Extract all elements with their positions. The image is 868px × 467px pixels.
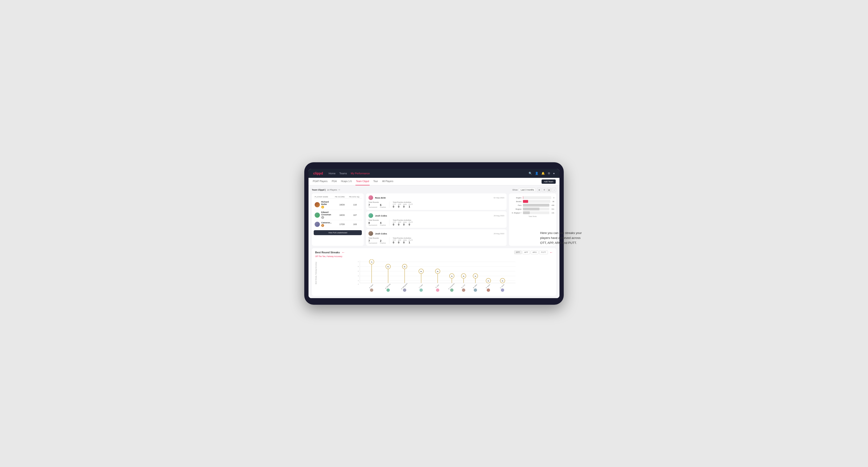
card-view-btn[interactable]: ▤ [547,188,551,192]
svg-text:B. McHarg: B. McHarg [385,283,391,289]
bar-fill-eagles [523,196,523,199]
col-player: PLAYER NAME [315,196,335,198]
tab-team-clippd[interactable]: Team Clippd [355,178,370,185]
svg-text:E. Ebert: E. Ebert [369,284,374,289]
player-count: 14 Players [327,189,337,191]
bar-fill-dbogeys [523,211,530,214]
y-axis-label: Best Streak, Fairway Accuracy [315,262,317,284]
search-icon[interactable]: 🔍 [529,172,532,175]
name-wrap-3: Cameron... 3 [321,221,332,227]
player-info-3: Cameron... 3 [315,221,335,227]
tab-pgat[interactable]: PGAT Players [312,178,328,185]
bar-row-dbogeys: D. Bogeys + 131 [511,211,554,214]
avatar-icon[interactable]: ● [553,172,555,175]
nav-my-performance[interactable]: My Performance [351,172,370,175]
chart-view-btn[interactable]: ↓ [552,188,556,192]
card-avatar-1 [368,195,373,200]
player-card-3: Josh Coles 26 Aug 2023 Total Rounds 7 To… [366,229,507,246]
ott-val-2: 0 [393,223,396,226]
add-team-button[interactable]: Add Team [541,180,556,184]
app-stat-2: APP 0 [398,221,401,226]
show-controls: Show Last 3 months ⊞ ☰ ▤ ↓ [512,188,556,192]
practice-lbl-3: Practice [380,242,386,244]
tab-pga[interactable]: PGA [331,178,337,185]
ott-lbl-1: OTT [393,204,396,205]
badge-1: 1 [321,206,324,209]
streak-tab-putt[interactable]: PUTT [539,250,548,254]
pa-label-1: Total Practice Activities [393,201,413,203]
card-stats-1: Total Rounds 7 Tournament 6 Practice [368,201,504,208]
tab-all-players[interactable]: All Players [382,178,394,185]
player-row: Richard Butler 1 19/20 110 [314,199,362,210]
streak-tab-app[interactable]: APP [522,250,530,254]
arg-lbl-1: ARG [403,204,407,205]
avatar-2 [315,213,320,218]
player-name-1: Richard Butler [321,201,335,206]
tournament-val-3: 7 [368,239,377,242]
avg-1: 110 [349,204,361,206]
bar-val-pars: 499 [552,205,554,206]
app-logo: clippd [313,172,323,175]
tournament-lbl-1: Tournament [368,206,377,208]
name-wrap-1: Richard Butler 1 [321,201,335,209]
arg-val-3: 0 [403,241,407,244]
bar-fill-pars [523,204,549,207]
bar-wrap-pars [523,204,549,207]
nav-links: Home Teams My Performance [329,172,529,175]
svg-point-42 [450,288,454,292]
settings-icon[interactable]: ⚙ [548,172,550,175]
practice-val-2: 4 [380,221,386,224]
view-full-leaderboard-btn[interactable]: View Full Leaderboard [314,230,362,235]
avatar-1 [315,202,320,207]
streaks-tabs: OTT APP ARG PUTT ← [514,250,553,254]
grid-view-btn[interactable]: ⊞ [537,188,541,192]
user-icon[interactable]: 👤 [535,172,538,175]
rounds-label-3: Total Rounds [368,237,386,239]
player-info-2: Edward Crossman 2 [315,211,335,219]
rounds-group-3: Total Rounds 7 Tournament 2 Practice [368,237,386,244]
tablet-screen: clippd Home Teams My Performance 🔍 👤 🔔 ⚙… [309,169,559,298]
tournament-stat-1: 7 Tournament [368,204,377,208]
tab-hcaps[interactable]: Hcaps 1-5 [341,178,352,185]
practice-acts-1: Total Practice Activities OTT 0 APP 0 [393,201,413,208]
svg-point-57 [487,288,490,292]
list-view-btn[interactable]: ☰ [542,188,546,192]
streaks-subtitle: Off The Tee, Fairway Accuracy [315,255,553,257]
divider-1 [389,201,390,208]
svg-wrap: 7 6 5 4 3 2 7x E. Ebert [318,259,553,293]
bar-row-birdies: Birdies 96 [511,200,554,203]
annotation: Here you can see streaks your players ha… [540,231,587,245]
score-2: 18/20 [335,214,349,216]
svg-text:C. Quick: C. Quick [500,284,505,289]
practice-stat-3: 2 Practice [380,239,386,244]
ott-val-3: 0 [393,241,396,244]
svg-point-22 [386,288,390,292]
practice-val-1: 6 [380,204,386,206]
arrow-indicator: ← [342,250,345,254]
svg-text:3x: 3x [502,280,503,282]
col-pb-avg: PB AVG SQ [349,196,361,198]
nav-home[interactable]: Home [329,172,335,175]
arg-stat-3: ARG 0 [403,239,407,244]
bar-val-dbogeys: 131 [552,212,554,214]
nav-teams[interactable]: Teams [339,172,347,175]
bar-wrap-birdies [523,200,550,203]
svg-text:6x: 6x [404,266,405,268]
bar-chart: Eagles 3 Birdies 96 [511,196,554,217]
bar-label-birdies: Birdies [511,200,522,203]
avatar-3 [315,222,320,227]
arrow-indicator-2: ← [550,250,553,254]
rounds-label-2: Total Rounds [368,219,386,221]
streak-tab-ott[interactable]: OTT [514,250,522,254]
svg-point-47 [462,288,465,292]
edit-icon[interactable]: ✏ [338,189,340,191]
arg-val-2: 0 [403,223,407,226]
streaks-section: Best Round Streaks ← OTT APP ARG PUTT ← … [312,248,556,296]
streak-tab-arg[interactable]: ARG [531,250,538,254]
bell-icon[interactable]: 🔔 [541,172,545,175]
tab-tour[interactable]: Tour [373,178,378,185]
avg-2: 107 [349,214,361,216]
card-date-2: 26 Aug 2023 [494,215,504,217]
card-avatar-2 [368,213,373,218]
period-select[interactable]: Last 3 months [519,188,536,192]
